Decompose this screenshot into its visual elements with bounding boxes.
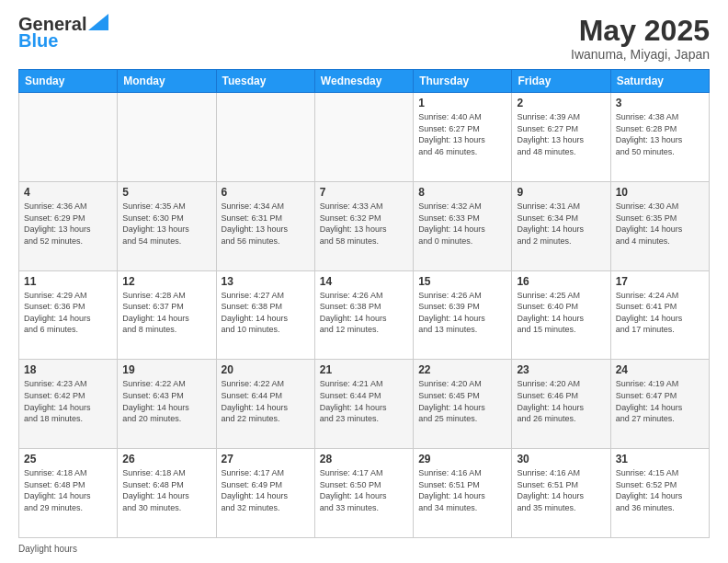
col-header-monday: Monday <box>118 70 216 93</box>
day-number: 6 <box>222 186 310 199</box>
day-info: Sunrise: 4:16 AM Sunset: 6:51 PM Dayligh… <box>418 467 506 513</box>
day-number: 5 <box>122 186 210 199</box>
day-info: Sunrise: 4:17 AM Sunset: 6:49 PM Dayligh… <box>222 467 310 513</box>
day-number: 19 <box>122 363 210 376</box>
day-cell: 12Sunrise: 4:28 AM Sunset: 6:37 PM Dayli… <box>118 270 216 360</box>
day-cell <box>19 93 118 182</box>
page: General Blue May 2025 Iwanuma, Miyagi, J… <box>0 0 728 563</box>
day-cell: 27Sunrise: 4:17 AM Sunset: 6:49 PM Dayli… <box>216 449 314 538</box>
logo: General Blue <box>18 15 108 50</box>
day-number: 22 <box>418 363 506 376</box>
day-cell: 16Sunrise: 4:25 AM Sunset: 6:40 PM Dayli… <box>512 270 610 360</box>
day-number: 23 <box>517 363 605 376</box>
day-info: Sunrise: 4:25 AM Sunset: 6:40 PM Dayligh… <box>517 290 605 336</box>
day-cell <box>118 93 216 182</box>
day-cell: 8Sunrise: 4:32 AM Sunset: 6:33 PM Daylig… <box>414 181 512 270</box>
week-row-3: 11Sunrise: 4:29 AM Sunset: 6:36 PM Dayli… <box>19 270 710 360</box>
day-number: 8 <box>418 186 506 199</box>
day-number: 3 <box>616 97 704 109</box>
week-row-5: 25Sunrise: 4:18 AM Sunset: 6:48 PM Dayli… <box>19 449 710 538</box>
day-number: 24 <box>616 363 704 376</box>
calendar-table: SundayMondayTuesdayWednesdayThursdayFrid… <box>18 69 710 538</box>
day-info: Sunrise: 4:18 AM Sunset: 6:48 PM Dayligh… <box>24 467 112 513</box>
col-header-sunday: Sunday <box>19 70 118 93</box>
day-info: Sunrise: 4:33 AM Sunset: 6:32 PM Dayligh… <box>320 201 408 247</box>
day-info: Sunrise: 4:24 AM Sunset: 6:41 PM Dayligh… <box>616 290 704 336</box>
day-info: Sunrise: 4:26 AM Sunset: 6:39 PM Dayligh… <box>418 290 506 336</box>
day-info: Sunrise: 4:31 AM Sunset: 6:34 PM Dayligh… <box>517 201 605 247</box>
day-number: 10 <box>616 186 704 199</box>
day-info: Sunrise: 4:29 AM Sunset: 6:36 PM Dayligh… <box>24 290 112 336</box>
week-row-2: 4Sunrise: 4:36 AM Sunset: 6:29 PM Daylig… <box>19 181 710 270</box>
day-number: 29 <box>418 453 506 465</box>
day-info: Sunrise: 4:15 AM Sunset: 6:52 PM Dayligh… <box>616 467 704 513</box>
main-title: May 2025 <box>571 15 710 47</box>
day-info: Sunrise: 4:23 AM Sunset: 6:42 PM Dayligh… <box>24 378 112 424</box>
day-cell: 1Sunrise: 4:40 AM Sunset: 6:27 PM Daylig… <box>414 93 512 182</box>
col-header-friday: Friday <box>512 70 610 93</box>
day-cell: 31Sunrise: 4:15 AM Sunset: 6:52 PM Dayli… <box>610 449 709 538</box>
day-cell: 6Sunrise: 4:34 AM Sunset: 6:31 PM Daylig… <box>216 181 314 270</box>
footer: Daylight hours <box>18 544 710 554</box>
day-number: 2 <box>517 97 605 109</box>
day-cell: 30Sunrise: 4:16 AM Sunset: 6:51 PM Dayli… <box>512 449 610 538</box>
day-info: Sunrise: 4:16 AM Sunset: 6:51 PM Dayligh… <box>517 467 605 513</box>
col-header-tuesday: Tuesday <box>216 70 314 93</box>
day-info: Sunrise: 4:34 AM Sunset: 6:31 PM Dayligh… <box>222 201 310 247</box>
col-header-thursday: Thursday <box>414 70 512 93</box>
day-info: Sunrise: 4:22 AM Sunset: 6:44 PM Dayligh… <box>222 378 310 424</box>
day-cell: 7Sunrise: 4:33 AM Sunset: 6:32 PM Daylig… <box>314 181 413 270</box>
subtitle: Iwanuma, Miyagi, Japan <box>571 47 710 62</box>
day-cell: 17Sunrise: 4:24 AM Sunset: 6:41 PM Dayli… <box>610 270 709 360</box>
day-info: Sunrise: 4:21 AM Sunset: 6:44 PM Dayligh… <box>320 378 408 424</box>
day-cell: 22Sunrise: 4:20 AM Sunset: 6:45 PM Dayli… <box>414 360 512 449</box>
day-cell: 25Sunrise: 4:18 AM Sunset: 6:48 PM Dayli… <box>19 449 118 538</box>
day-cell: 9Sunrise: 4:31 AM Sunset: 6:34 PM Daylig… <box>512 181 610 270</box>
day-number: 25 <box>24 453 112 465</box>
day-info: Sunrise: 4:18 AM Sunset: 6:48 PM Dayligh… <box>122 467 210 513</box>
day-info: Sunrise: 4:39 AM Sunset: 6:27 PM Dayligh… <box>517 111 605 157</box>
day-number: 11 <box>24 275 112 288</box>
day-cell: 4Sunrise: 4:36 AM Sunset: 6:29 PM Daylig… <box>19 181 118 270</box>
daylight-label: Daylight hours <box>18 544 77 554</box>
day-cell: 26Sunrise: 4:18 AM Sunset: 6:48 PM Dayli… <box>118 449 216 538</box>
logo-icon <box>88 14 108 30</box>
day-info: Sunrise: 4:19 AM Sunset: 6:47 PM Dayligh… <box>616 378 704 424</box>
day-number: 12 <box>122 275 210 288</box>
day-cell: 21Sunrise: 4:21 AM Sunset: 6:44 PM Dayli… <box>314 360 413 449</box>
calendar-header: SundayMondayTuesdayWednesdayThursdayFrid… <box>19 70 710 93</box>
day-number: 30 <box>517 453 605 465</box>
day-number: 18 <box>24 363 112 376</box>
day-number: 13 <box>222 275 310 288</box>
day-info: Sunrise: 4:32 AM Sunset: 6:33 PM Dayligh… <box>418 201 506 247</box>
week-row-1: 1Sunrise: 4:40 AM Sunset: 6:27 PM Daylig… <box>19 93 710 182</box>
day-info: Sunrise: 4:30 AM Sunset: 6:35 PM Dayligh… <box>616 201 704 247</box>
day-info: Sunrise: 4:27 AM Sunset: 6:38 PM Dayligh… <box>222 290 310 336</box>
header: General Blue May 2025 Iwanuma, Miyagi, J… <box>18 15 710 62</box>
day-info: Sunrise: 4:40 AM Sunset: 6:27 PM Dayligh… <box>418 111 506 157</box>
logo-blue: Blue <box>18 31 58 50</box>
day-info: Sunrise: 4:17 AM Sunset: 6:50 PM Dayligh… <box>320 467 408 513</box>
day-cell: 3Sunrise: 4:38 AM Sunset: 6:28 PM Daylig… <box>610 93 709 182</box>
calendar-body: 1Sunrise: 4:40 AM Sunset: 6:27 PM Daylig… <box>19 93 710 538</box>
day-number: 1 <box>418 97 506 109</box>
svg-marker-0 <box>88 14 108 30</box>
day-number: 17 <box>616 275 704 288</box>
day-cell: 18Sunrise: 4:23 AM Sunset: 6:42 PM Dayli… <box>19 360 118 449</box>
day-number: 28 <box>320 453 408 465</box>
day-cell <box>314 93 413 182</box>
day-cell: 2Sunrise: 4:39 AM Sunset: 6:27 PM Daylig… <box>512 93 610 182</box>
day-cell: 5Sunrise: 4:35 AM Sunset: 6:30 PM Daylig… <box>118 181 216 270</box>
day-cell: 28Sunrise: 4:17 AM Sunset: 6:50 PM Dayli… <box>314 449 413 538</box>
day-cell: 24Sunrise: 4:19 AM Sunset: 6:47 PM Dayli… <box>610 360 709 449</box>
day-number: 14 <box>320 275 408 288</box>
day-number: 31 <box>616 453 704 465</box>
day-info: Sunrise: 4:35 AM Sunset: 6:30 PM Dayligh… <box>122 201 210 247</box>
day-cell: 20Sunrise: 4:22 AM Sunset: 6:44 PM Dayli… <box>216 360 314 449</box>
day-number: 4 <box>24 186 112 199</box>
day-info: Sunrise: 4:20 AM Sunset: 6:45 PM Dayligh… <box>418 378 506 424</box>
day-cell <box>216 93 314 182</box>
day-info: Sunrise: 4:28 AM Sunset: 6:37 PM Dayligh… <box>122 290 210 336</box>
day-cell: 11Sunrise: 4:29 AM Sunset: 6:36 PM Dayli… <box>19 270 118 360</box>
day-cell: 10Sunrise: 4:30 AM Sunset: 6:35 PM Dayli… <box>610 181 709 270</box>
